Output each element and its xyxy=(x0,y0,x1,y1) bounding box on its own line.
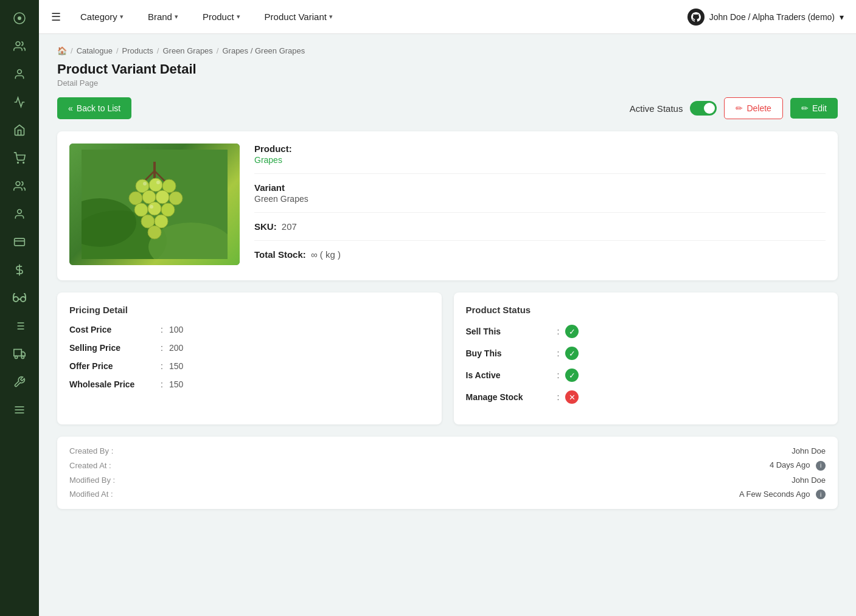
wholesale-price-label: Wholesale Price xyxy=(69,379,155,389)
nav-product-variant-chevron: ▾ xyxy=(329,13,333,21)
sell-this-status: ✓ xyxy=(565,325,579,338)
sidebar xyxy=(0,0,39,616)
meta-card: Created By : John Doe Created At : 4 Day… xyxy=(57,437,838,509)
delete-button[interactable]: ✏ Delete xyxy=(724,97,782,119)
nav-product-variant[interactable]: Product Variant ▾ xyxy=(260,9,338,24)
delete-label: Delete xyxy=(746,103,771,113)
product-name-row: Product: Grapes xyxy=(254,144,826,174)
wholesale-price-value: 150 xyxy=(169,379,183,389)
hamburger-icon[interactable]: ☰ xyxy=(51,10,61,24)
action-right: Active Status ✏ Delete ✏ Edit xyxy=(630,97,838,119)
page-title: Product Variant Detail xyxy=(57,61,838,77)
svg-point-7 xyxy=(18,210,22,214)
edit-label: Edit xyxy=(812,103,827,113)
breadcrumb-products[interactable]: Products xyxy=(122,46,153,55)
svg-point-46 xyxy=(156,181,160,184)
sidebar-icon-truck[interactable] xyxy=(7,342,32,366)
breadcrumb-green-grapes[interactable]: Green Grapes xyxy=(162,46,212,55)
nav-brand-label: Brand xyxy=(148,12,172,22)
breadcrumb-sep-1: / xyxy=(71,46,73,55)
buy-this-label: Buy This xyxy=(466,348,551,358)
svg-point-20 xyxy=(15,356,18,358)
status-row-sell: Sell This : ✓ xyxy=(466,325,826,338)
manage-stock-label: Manage Stock xyxy=(466,392,551,402)
nav-category-chevron: ▾ xyxy=(120,13,124,21)
sidebar-icon-dashboard[interactable] xyxy=(7,6,32,30)
pricing-row-offer: Offer Price : 150 xyxy=(69,361,430,371)
edit-button[interactable]: ✏ Edit xyxy=(790,98,838,119)
product-info: Product: Grapes Variant Green Grapes SKU… xyxy=(254,144,826,268)
sidebar-icon-dollar[interactable] xyxy=(7,258,32,282)
bottom-section: Pricing Detail Cost Price : 100 Selling … xyxy=(57,292,838,424)
svg-point-11 xyxy=(21,297,26,302)
breadcrumb-catalogue[interactable]: Catalogue xyxy=(77,46,113,55)
svg-point-10 xyxy=(13,297,18,302)
status-card: Product Status Sell This : ✓ Buy This : … xyxy=(454,292,838,424)
nav-product-variant-label: Product Variant xyxy=(265,12,327,22)
topnav: ☰ Category ▾ Brand ▾ Product ▾ Product V… xyxy=(39,0,856,34)
user-name: John Doe / Alpha Traders (demo) xyxy=(709,12,835,22)
meta-modified-at: Modified At : A Few Seconds Ago i xyxy=(69,490,826,500)
modified-at-label: Modified At : xyxy=(69,490,148,499)
status-card-title: Product Status xyxy=(466,305,826,315)
svg-point-45 xyxy=(143,182,147,185)
variant-row: Variant Green Grapes xyxy=(254,182,826,213)
offer-price-label: Offer Price xyxy=(69,361,155,371)
product-image xyxy=(69,144,240,265)
manage-stock-status: ✕ xyxy=(565,390,579,404)
svg-point-47 xyxy=(150,205,153,209)
sidebar-icon-contact[interactable] xyxy=(7,202,32,226)
nav-brand[interactable]: Brand ▾ xyxy=(143,9,183,24)
selling-price-label: Selling Price xyxy=(69,343,155,353)
sidebar-icon-tools[interactable] xyxy=(7,370,32,394)
sidebar-icon-person[interactable] xyxy=(7,62,32,86)
user-menu[interactable]: John Doe / Alpha Traders (demo) ▾ xyxy=(687,9,844,26)
sidebar-icon-menu-list[interactable] xyxy=(7,398,32,422)
product-image-inner xyxy=(69,144,240,265)
svg-point-5 xyxy=(23,162,24,164)
breadcrumb: 🏠 / Catalogue / Products / Green Grapes … xyxy=(57,46,838,55)
svg-point-40 xyxy=(148,202,161,215)
pricing-row-wholesale: Wholesale Price : 150 xyxy=(69,379,430,389)
sidebar-icon-cart[interactable] xyxy=(7,146,32,170)
svg-point-4 xyxy=(18,162,19,164)
stock-row: Total Stock: ∞ ( kg ) xyxy=(254,249,826,268)
nav-product[interactable]: Product ▾ xyxy=(198,9,245,24)
nav-category-label: Category xyxy=(80,12,117,22)
nav-brand-chevron: ▾ xyxy=(175,13,178,21)
action-bar: « Back to List Active Status ✏ Delete ✏ … xyxy=(57,97,838,119)
created-at-info-icon[interactable]: i xyxy=(816,461,826,471)
product-value: Grapes xyxy=(254,155,826,165)
pricing-card-title: Pricing Detail xyxy=(69,305,430,315)
svg-point-41 xyxy=(161,203,175,216)
sidebar-icon-chart[interactable] xyxy=(7,90,32,114)
back-to-list-button[interactable]: « Back to List xyxy=(57,97,131,119)
variant-value: Green Grapes xyxy=(254,194,826,204)
svg-rect-18 xyxy=(14,350,21,356)
created-at-value: 4 Days Ago i xyxy=(148,460,826,471)
sidebar-icon-users[interactable] xyxy=(7,34,32,58)
svg-point-38 xyxy=(169,192,183,205)
sku-label: SKU: xyxy=(254,221,277,232)
sell-this-label: Sell This xyxy=(466,327,551,336)
sidebar-icon-group[interactable] xyxy=(7,174,32,198)
nav-category[interactable]: Category ▾ xyxy=(75,9,128,24)
modified-by-label: Modified By : xyxy=(69,476,148,485)
buy-this-status: ✓ xyxy=(565,347,579,360)
meta-created-at: Created At : 4 Days Ago i xyxy=(69,460,826,471)
svg-marker-19 xyxy=(21,352,25,356)
sidebar-icon-wallet[interactable] xyxy=(7,230,32,254)
sidebar-icon-list[interactable] xyxy=(7,314,32,338)
modified-at-info-icon[interactable]: i xyxy=(816,490,826,499)
home-icon[interactable]: 🏠 xyxy=(57,46,67,55)
sku-row: SKU: 207 xyxy=(254,221,826,241)
content-area: 🏠 / Catalogue / Products / Green Grapes … xyxy=(39,34,856,616)
offer-price-value: 150 xyxy=(169,361,183,371)
svg-point-44 xyxy=(148,226,161,239)
created-by-value: John Doe xyxy=(148,446,826,455)
edit-icon: ✏ xyxy=(801,103,809,113)
svg-point-33 xyxy=(149,178,162,192)
active-status-toggle[interactable] xyxy=(690,101,717,116)
sidebar-icon-store[interactable] xyxy=(7,118,32,142)
sidebar-icon-glasses[interactable] xyxy=(7,286,32,310)
